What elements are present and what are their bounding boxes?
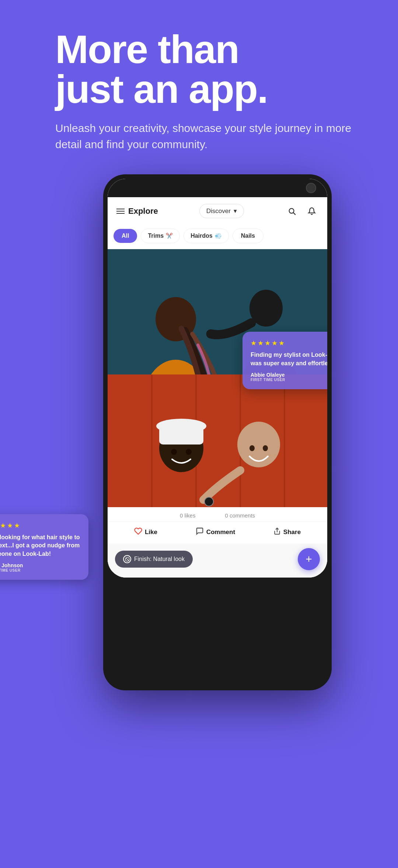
heart-icon (134, 527, 142, 537)
page-wrapper: More than just an app. Unleash your crea… (0, 0, 398, 868)
hero-title-line2: just an app. (55, 67, 268, 111)
review2-name: David Johnson (0, 562, 80, 568)
comment-icon (196, 527, 204, 537)
app-header: Explore Discover ▾ (108, 197, 327, 225)
discover-dropdown[interactable]: Discover ▾ (199, 204, 244, 218)
hero-subtitle-text: Unleash your creativity, showcase your s… (55, 120, 365, 152)
fab-label: + (306, 553, 312, 565)
phone-screen: Explore Discover ▾ (108, 179, 327, 578)
header-left: Explore (116, 206, 158, 216)
finish-icon (123, 555, 131, 563)
bottom-pill-area: Finish: Natural look + (108, 544, 327, 578)
share-label: Share (283, 529, 301, 536)
review1-name: Abbie Olaleye (251, 372, 327, 378)
tab-all[interactable]: All (114, 229, 137, 243)
svg-rect-15 (159, 426, 203, 445)
review1-text: Finding my stylist on Look-Lab was super… (251, 351, 327, 367)
scissors-icon: ✂️ (166, 233, 173, 239)
review2-text: Was looking for what hair style to try n… (0, 533, 80, 558)
bottom-stats: 0 likes 0 comments (108, 507, 327, 522)
filter-tabs: All Trims ✂️ Hairdos 💨 Nails (108, 225, 327, 249)
phone-camera (306, 183, 316, 193)
tab-all-label: All (122, 233, 129, 239)
review-card-1: ★ ★ ★ ★ ★ Finding my stylist on Look-Lab… (242, 332, 327, 389)
phone-notch (108, 179, 327, 197)
comment-button[interactable]: Comment (196, 527, 235, 537)
hairdryer-icon: 💨 (215, 233, 222, 239)
hero-title-line1: More than (55, 27, 239, 72)
svg-point-22 (205, 497, 213, 506)
comments-count: 0 comments (225, 512, 255, 519)
likes-count: 0 likes (180, 512, 196, 519)
like-button[interactable]: Like (134, 527, 157, 537)
svg-point-17 (186, 449, 192, 455)
tab-nails[interactable]: Nails (233, 229, 263, 243)
tab-trims[interactable]: Trims ✂️ (141, 229, 180, 243)
svg-line-1 (293, 213, 295, 215)
tab-trims-label: Trims (148, 233, 164, 239)
review1-tag: FIRST TIME USER (251, 378, 327, 382)
share-icon (273, 527, 281, 537)
header-icons (285, 205, 318, 218)
svg-line-25 (126, 558, 129, 561)
comment-label: Comment (206, 529, 235, 536)
chevron-down-icon: ▾ (234, 207, 237, 215)
svg-point-21 (263, 445, 268, 451)
review2-stars: ★ ★ ★ ★ ★ (0, 522, 80, 530)
review-card-2: ★ ★ ★ ★ ★ Was looking for what hair styl… (0, 514, 88, 580)
fab-button[interactable]: + (298, 548, 320, 570)
review2-tag: FIRST TIME USER (0, 568, 80, 572)
tab-hairdos-label: Hairdos (191, 233, 213, 239)
like-label: Like (145, 529, 157, 536)
search-button[interactable] (285, 205, 298, 218)
svg-point-16 (171, 449, 177, 455)
review1-stars: ★ ★ ★ ★ ★ (251, 339, 327, 347)
explore-label: Explore (128, 206, 158, 216)
bottom-actions: Like Comment (108, 522, 327, 544)
svg-point-20 (249, 445, 255, 451)
hero-subtitle-block: Unleash your creativity, showcase your s… (33, 120, 365, 152)
finish-pill[interactable]: Finish: Natural look (115, 551, 193, 568)
hero-title: More than just an app. (55, 29, 365, 109)
discover-label: Discover (206, 208, 231, 215)
finish-pill-label: Finish: Natural look (134, 556, 185, 562)
app-ui: Explore Discover ▾ (108, 197, 327, 578)
share-button[interactable]: Share (273, 527, 301, 537)
phone-frame: Explore Discover ▾ (103, 174, 332, 690)
tab-nails-label: Nails (241, 233, 255, 239)
hero-title-block: More than just an app. (33, 29, 365, 109)
men-image (108, 374, 327, 507)
hamburger-menu[interactable] (116, 209, 125, 214)
bell-button[interactable] (305, 205, 318, 218)
tab-hairdos[interactable]: Hairdos 💨 (184, 229, 229, 243)
